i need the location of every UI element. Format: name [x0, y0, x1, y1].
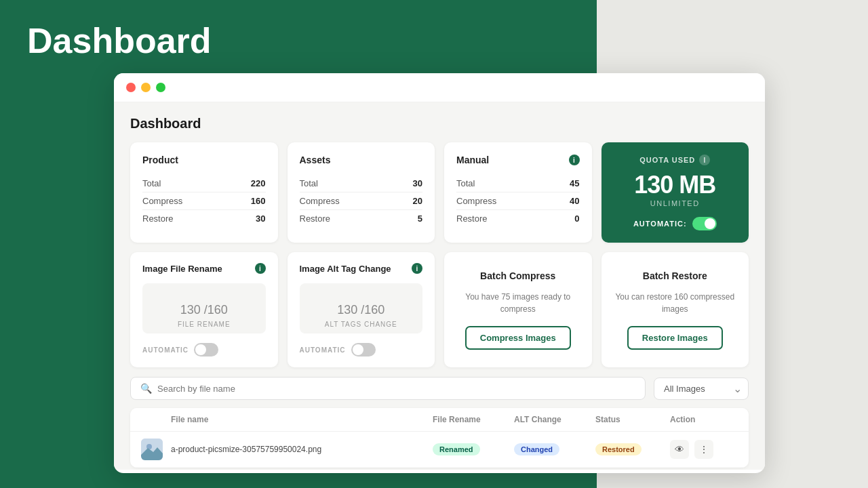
restore-images-button[interactable]: Restore Images: [627, 326, 723, 350]
row-rename-badge: Renamed: [433, 443, 514, 455]
quota-auto-toggle[interactable]: [692, 217, 717, 230]
table-header: File name File Rename ALT Change Status …: [130, 408, 749, 432]
main-window: Dashboard Product Total 220 Compress 160…: [114, 73, 765, 473]
assets-restore-row: Restore 5: [300, 210, 423, 227]
svg-point-1: [146, 444, 152, 449]
quota-card: QUOTA USED i 130 MB UNLIMITED AUTOMATIC:: [601, 142, 749, 243]
window-body: Dashboard Product Total 220 Compress 160…: [114, 102, 765, 470]
quota-label: QUOTA USED i: [639, 155, 710, 165]
manual-card-title: Manual i: [456, 155, 580, 165]
alt-tag-sub-label: ALT TAGS CHANGE: [325, 321, 397, 328]
quota-info-icon[interactable]: i: [699, 155, 710, 165]
quota-toggle-knob: [705, 218, 715, 229]
alt-tag-widget: Image Alt Tag Change i 130 /160 ALT TAGS…: [288, 252, 435, 367]
file-rename-info-icon[interactable]: i: [255, 263, 266, 274]
file-rename-widget: Image File Rename i 130 /160 FILE RENAME…: [130, 252, 278, 367]
alt-tag-title: Image Alt Tag Change i: [300, 263, 423, 274]
file-rename-auto: AUTOMATIC: [142, 343, 218, 357]
filter-select[interactable]: All Images Compressed Restored Renamed: [654, 378, 749, 400]
batch-restore-card: Batch Restore You can restore 160 compre…: [601, 252, 749, 367]
filter-wrap: All Images Compressed Restored Renamed: [654, 378, 749, 400]
row-status-badge: Restored: [595, 443, 670, 455]
assets-compress-row: Compress 20: [300, 192, 423, 210]
alt-tag-toggle-knob: [353, 344, 363, 355]
table-row: a-product-picsmize-30575759950024.png Re…: [130, 432, 749, 468]
assets-total-row: Total 30: [300, 175, 423, 192]
search-input[interactable]: [157, 384, 635, 394]
product-compress-row: Compress 160: [142, 192, 266, 210]
image-table: File name File Rename ALT Change Status …: [130, 408, 749, 468]
alt-tag-number: 130 /160: [337, 294, 384, 319]
product-restore-row: Restore 30: [142, 210, 266, 227]
window-titlebar: [114, 73, 765, 102]
renamed-badge: Renamed: [433, 443, 480, 455]
file-rename-toggle[interactable]: [194, 343, 218, 357]
col-thumb: [141, 415, 171, 424]
alt-tag-info-icon[interactable]: i: [412, 263, 422, 274]
maximize-dot[interactable]: [156, 83, 165, 92]
product-card: Product Total 220 Compress 160 Restore 3…: [130, 142, 278, 243]
row-actions: 👁 ⋮: [670, 440, 738, 459]
dashboard-title: Dashboard: [130, 116, 749, 131]
quota-unlimited: UNLIMITED: [650, 199, 700, 207]
quota-value: 130 MB: [634, 171, 715, 199]
alt-tag-number-block: 130 /160 ALT TAGS CHANGE: [300, 283, 423, 333]
batch-restore-title: Batch Restore: [643, 270, 707, 281]
row-filename: a-product-picsmize-30575759950024.png: [171, 445, 433, 454]
widget-row: Image File Rename i 130 /160 FILE RENAME…: [130, 252, 749, 367]
col-status: Status: [595, 415, 670, 424]
batch-restore-desc: You can restore 160 compressed images: [614, 291, 737, 315]
more-action-icon[interactable]: ⋮: [694, 440, 713, 459]
row-thumb: [141, 439, 171, 460]
compress-images-button[interactable]: Compress Images: [465, 326, 571, 350]
file-rename-toggle-knob: [195, 344, 206, 355]
manual-info-icon[interactable]: i: [569, 155, 580, 165]
assets-card-title: Assets: [300, 155, 423, 165]
col-alt: ALT Change: [514, 415, 595, 424]
changed-badge: Changed: [514, 443, 559, 455]
quota-auto-row: AUTOMATIC:: [633, 217, 717, 230]
stats-row: Product Total 220 Compress 160 Restore 3…: [130, 142, 749, 243]
search-icon: 🔍: [140, 383, 152, 394]
assets-card: Assets Total 30 Compress 20 Restore 5: [288, 142, 435, 243]
batch-compress-title: Batch Compress: [480, 270, 555, 281]
alt-tag-auto: AUTOMATIC: [300, 343, 376, 357]
batch-compress-desc: You have 75 images ready to compress: [456, 291, 580, 315]
view-action-icon[interactable]: 👁: [670, 440, 689, 459]
batch-compress-card: Batch Compress You have 75 images ready …: [444, 252, 592, 367]
product-total-row: Total 220: [142, 175, 266, 192]
file-rename-sub-label: FILE RENAME: [178, 321, 231, 328]
search-row: 🔍 All Images Compressed Restored Renamed: [130, 377, 749, 400]
manual-card: Manual i Total 45 Compress 40 Restore 0: [444, 142, 592, 243]
file-rename-number: 130 /160: [180, 294, 228, 319]
manual-total-row: Total 45: [456, 175, 580, 192]
search-box: 🔍: [130, 377, 646, 400]
row-alt-badge: Changed: [514, 443, 595, 455]
close-dot[interactable]: [126, 83, 136, 92]
file-rename-number-block: 130 /160 FILE RENAME: [142, 283, 266, 333]
product-card-title: Product: [142, 155, 266, 165]
col-rename: File Rename: [433, 415, 514, 424]
manual-restore-row: Restore 0: [456, 210, 580, 227]
minimize-dot[interactable]: [141, 83, 151, 92]
col-action: Action: [670, 415, 738, 424]
col-filename: File name: [171, 415, 433, 424]
alt-tag-toggle[interactable]: [351, 343, 376, 357]
page-bg-title: Dashboard: [27, 20, 212, 61]
manual-compress-row: Compress 40: [456, 192, 580, 210]
restored-badge: Restored: [595, 443, 642, 455]
file-rename-title: Image File Rename i: [142, 263, 266, 274]
image-thumb: [141, 439, 163, 460]
